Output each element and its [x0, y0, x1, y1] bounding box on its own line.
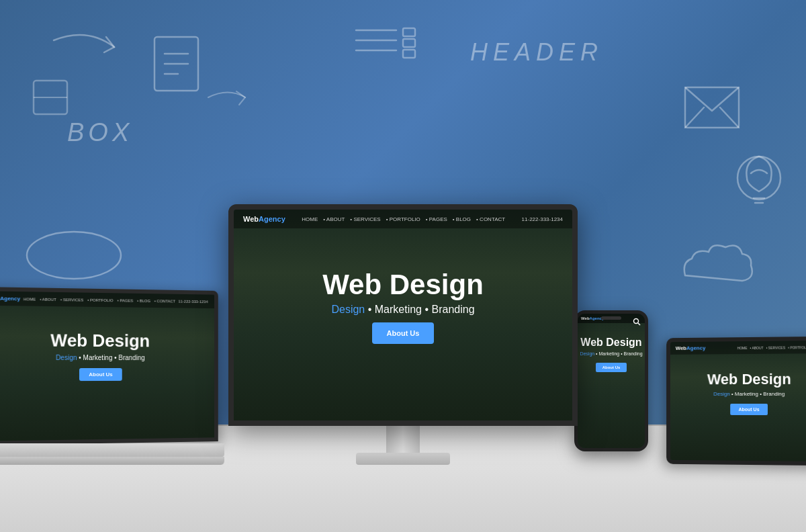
tablet-hero-subtitle: Design • Marketing • Branding — [713, 391, 785, 397]
laptop-hero: Web Design Design • Marketing • Branding… — [0, 306, 214, 382]
laptop-keyboard — [0, 457, 224, 465]
phone-screen: WebAgency Web Design Design • Marketing … — [574, 310, 648, 451]
monitor-hero: Web Design Design • Marketing • Branding… — [234, 228, 572, 344]
phone-about-us-button[interactable]: About Us — [596, 363, 627, 372]
devices-container: WebAgency HOME • ABOUT • SERVICES • PORT… — [34, 204, 772, 465]
monitor-hero-subtitle: Design • Marketing • Branding — [331, 304, 474, 316]
phone-hero-title: Web Design — [580, 337, 641, 349]
tablet-site-mockup: WebAgency HOME • ABOUT • SERVICES • PORT… — [670, 341, 806, 461]
monitor-device: WebAgency HOME • ABOUT • SERVICES • PORT… — [228, 204, 578, 465]
monitor-site-mockup: WebAgency HOME • ABOUT • SERVICES • PORT… — [234, 210, 572, 420]
phone-hero-subtitle: Design • Marketing • Branding — [580, 351, 642, 356]
monitor-nav-links: HOME • ABOUT • SERVICES • PORTFOLIO • PA… — [302, 216, 505, 222]
monitor-nav-phone: 11-222-333-1234 — [522, 216, 563, 222]
laptop-nav-phone: 11-222-333-1234 — [179, 299, 208, 304]
phone-camera — [601, 316, 621, 320]
laptop-site-mockup: WebAgency HOME • ABOUT • SERVICES • PORT… — [0, 291, 214, 441]
tablet-hero: Web Design Design • Marketing • Branding… — [670, 353, 806, 415]
laptop-screen: WebAgency HOME • ABOUT • SERVICES • PORT… — [0, 287, 218, 445]
phone-hero: Web Design Design • Marketing • Branding… — [578, 323, 645, 372]
laptop-nav-links: HOME • ABOUT • SERVICES • PORTFOLIO • PA… — [24, 297, 175, 303]
phone-site-mockup: WebAgency Web Design Design • Marketing … — [578, 314, 645, 448]
laptop-base — [0, 443, 224, 457]
monitor-stand-base — [356, 453, 450, 465]
tablet-logo: WebAgency — [676, 345, 706, 351]
tablet-about-us-button[interactable]: About Us — [731, 404, 768, 415]
tablet-site-nav: WebAgency HOME • ABOUT • SERVICES • PORT… — [670, 341, 806, 355]
tablet-device: WebAgency HOME • ABOUT • SERVICES • PORT… — [665, 337, 806, 465]
monitor-screen: WebAgency HOME • ABOUT • SERVICES • PORT… — [228, 204, 578, 426]
laptop-hero-title: Web Design — [50, 330, 150, 351]
phone-device: WebAgency Web Design Design • Marketing … — [574, 310, 648, 451]
tablet-hero-title: Web Design — [707, 371, 791, 388]
monitor-about-us-button[interactable]: About Us — [372, 322, 435, 344]
laptop-device: WebAgency HOME • ABOUT • SERVICES • PORT… — [0, 289, 228, 465]
monitor-hero-title: Web Design — [322, 269, 484, 301]
tablet-screen: WebAgency HOME • ABOUT • SERVICES • PORT… — [666, 337, 806, 466]
monitor-stand-neck — [386, 426, 420, 453]
tablet-nav-links: HOME • ABOUT • SERVICES • PORTFOLIO • BL… — [737, 345, 806, 349]
monitor-logo: WebAgency — [243, 215, 285, 223]
laptop-logo: WebAgency — [0, 295, 20, 302]
monitor-site-nav: WebAgency HOME • ABOUT • SERVICES • PORT… — [234, 210, 572, 228]
laptop-about-us-button[interactable]: About Us — [79, 368, 122, 381]
laptop-hero-subtitle: Design • Marketing • Branding — [56, 354, 145, 361]
